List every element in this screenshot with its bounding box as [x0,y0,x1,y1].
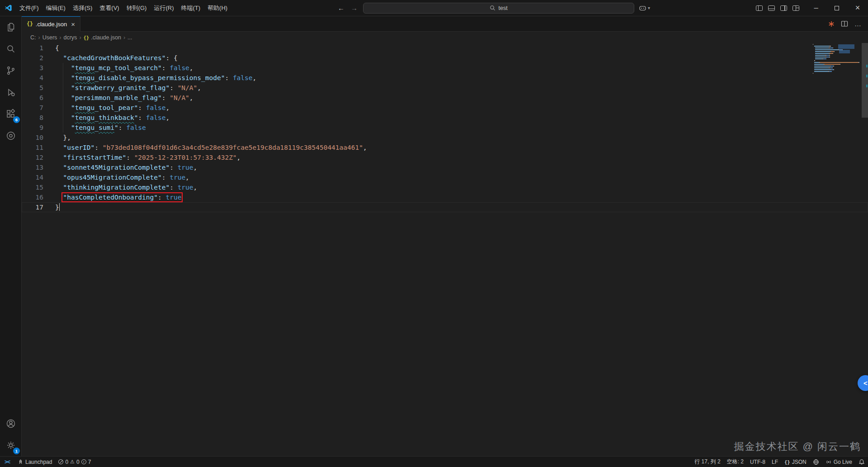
settings-button[interactable]: 1 [0,434,22,456]
more-actions-icon[interactable]: … [854,20,862,28]
minimap-token [814,66,830,67]
search-value: test [498,5,507,11]
menu-item-1[interactable]: 编辑(E) [42,0,69,16]
menu-item-7[interactable]: 帮助(H) [204,0,231,16]
line-number: 16 [22,192,43,202]
toggle-secondary-sidebar-icon[interactable] [780,5,787,11]
code-line-17[interactable]: 17} [22,202,868,212]
launchpad-item[interactable]: Launchpad [14,457,55,467]
minimize-button[interactable]: ─ [806,0,826,16]
breadcrumb-item-2[interactable]: dcrys [64,34,77,41]
breadcrumb-separator-icon: › [123,34,125,41]
breadcrumb-item-4[interactable]: ... [127,34,132,41]
minimap-token [815,51,830,52]
line-number: 10 [22,133,43,143]
minimap-token [813,73,813,74]
menu-item-4[interactable]: 转到(G) [123,0,151,16]
code-token: , [165,114,170,121]
code-line-9[interactable]: 9 "tengu_sumi": false [22,123,868,133]
code-token: true [178,164,193,171]
breadcrumb-item-3[interactable]: {}.claude.json [84,34,121,41]
tab-label: .claude.json [36,21,67,28]
encoding-setting[interactable]: UTF-8 [747,457,769,467]
code-line-15[interactable]: 15 "thinkingMigrationComplete": true, [22,182,868,192]
notifications-item[interactable] [855,457,868,467]
line-number: 9 [22,123,43,133]
code-token: " [71,64,75,71]
code-text: "tengu_thinkback": false, [43,113,170,123]
tab-claude-json[interactable]: {} .claude.json × [22,16,80,31]
accounts-button[interactable] [0,413,22,434]
minimap-token [819,48,829,48]
code-token: , [185,174,189,181]
scrollbar-thumb[interactable] [862,43,868,118]
code-line-12[interactable]: 12 "firstStartTime": "2025-12-23T01:57:3… [22,152,868,162]
code-line-11[interactable]: 11 "userID": "b73ded108f04df01d6c3a4cd5e… [22,143,868,152]
run-debug-view-button[interactable] [0,81,22,103]
breadcrumb-item-1[interactable]: Users [42,34,57,41]
code-token: _disable_bypass_permissions_mode" [94,74,225,81]
code-line-6[interactable]: 6 "persimmon_marble_flag": "N/A", [22,93,868,103]
menu-item-6[interactable]: 终端(T) [177,0,204,16]
titlebar-left: 文件(F)编辑(E)选择(S)查看(V)转到(G)运行(R)终端(T)帮助(H) [0,0,231,16]
title-bar: 文件(F)编辑(E)选择(S)查看(V)转到(G)运行(R)终端(T)帮助(H)… [0,0,868,16]
cursor-position[interactable]: 行 17, 列 2 [691,457,723,467]
code-token: false [146,114,166,121]
code-line-3[interactable]: 3 "tengu_mcp_tool_search": false, [22,63,868,73]
statusbar-right: 行 17, 列 2 空格: 2 UTF-8 LF {} JSON Go Live [691,457,868,467]
json-file-icon: {} [84,35,90,40]
breadcrumb-item-0[interactable]: C: [30,34,36,41]
code-line-1[interactable]: 1{ [22,43,868,53]
search-view-button[interactable] [0,38,22,60]
code-line-13[interactable]: 13 "sonnet45MigrationComplete": true, [22,162,868,172]
copilot-menu[interactable]: ▾ [639,5,650,11]
browser-preview-item[interactable] [810,457,822,467]
indentation-setting[interactable]: 空格: 2 [724,457,747,467]
menu-item-0[interactable]: 文件(F) [16,0,42,16]
source-control-view-button[interactable] [0,60,22,81]
remote-indicator[interactable]: >< [0,457,14,467]
explorer-view-button[interactable] [0,16,22,38]
code-line-16[interactable]: 16 "hasCompletedOnboarding": true [22,192,868,202]
minimap-line [813,62,861,63]
minimap[interactable] [813,44,861,85]
code-line-5[interactable]: 5 "strawberry_granite_flag": "N/A", [22,83,868,93]
code-line-4[interactable]: 4 "tengu_disable_bypass_permissions_mode… [22,73,868,83]
indent-guide [63,63,63,133]
split-editor-icon[interactable] [841,20,848,27]
menu-item-5[interactable]: 运行(R) [150,0,177,16]
toggle-sidebar-icon[interactable] [756,5,763,11]
menu-item-3[interactable]: 查看(V) [96,0,123,16]
minimap-line [813,51,861,52]
code-token: , [197,84,201,91]
toggle-panel-icon[interactable] [768,5,775,11]
menu-item-2[interactable]: 选择(S) [69,0,96,16]
close-button[interactable]: × [847,0,868,16]
extensions-view-button[interactable]: 6 [0,103,22,125]
code-line-8[interactable]: 8 "tengu_thinkback": false, [22,113,868,123]
code-token: "strawberry_granite_flag" [71,84,170,91]
go-live-item[interactable]: Go Live [822,457,855,467]
problems-indicator[interactable]: 0 ⚠ 0 i 7 [55,457,94,467]
minimap-token [833,69,834,70]
customize-layout-icon[interactable] [793,5,799,11]
code-line-2[interactable]: 2 "cachedGrowthBookFeatures": { [22,53,868,63]
asterisk-icon[interactable] [828,21,835,27]
code-text: "tengu_mcp_tool_search": false, [43,63,193,73]
forward-arrow-icon[interactable]: → [350,4,359,12]
minimap-line [813,60,861,61]
command-center-search[interactable]: test [363,3,634,14]
back-arrow-icon[interactable]: ← [337,4,345,12]
code-line-14[interactable]: 14 "opus45MigrationComplete": true, [22,172,868,182]
code-token [55,144,63,151]
language-mode[interactable]: {} JSON [781,457,810,467]
eol-setting[interactable]: LF [769,457,781,467]
line-number: 6 [22,93,43,103]
code-token: "persimmon_marble_flag" [71,94,162,101]
code-line-7[interactable]: 7 "tengu_tool_pear": false, [22,103,868,113]
extension-panel-button[interactable] [0,125,22,147]
maximize-button[interactable] [826,0,847,16]
code-line-10[interactable]: 10 }, [22,133,868,143]
editor-scrollbar[interactable] [862,43,868,456]
tab-close-icon[interactable]: × [71,20,75,28]
